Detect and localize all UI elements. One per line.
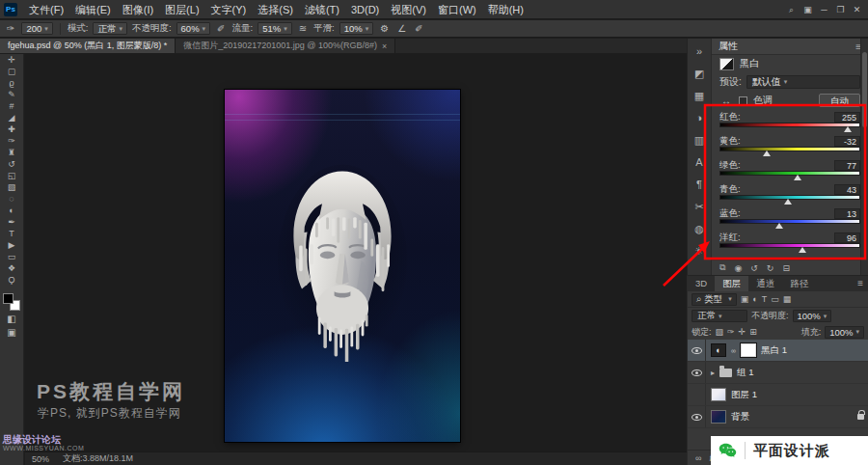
brush-preset-picker[interactable]: 200 <box>21 22 52 35</box>
visibility-toggle[interactable] <box>688 406 706 427</box>
yellows-slider[interactable]: 黄色:-32 <box>719 135 860 155</box>
menu-item-10[interactable]: 帮助(H) <box>482 0 529 19</box>
menu-item-0[interactable]: 文件(F) <box>23 0 69 19</box>
menu-item-5[interactable]: 选择(S) <box>252 0 299 19</box>
layer-opacity-dropdown[interactable]: 100% <box>793 310 832 322</box>
layer-row-layer1[interactable]: 图层 1 <box>688 384 868 406</box>
document-image[interactable] <box>225 90 460 442</box>
lock-transparent-icon[interactable]: ▨ <box>716 327 724 337</box>
magentas-slider[interactable]: 洋红:96 <box>719 232 860 252</box>
pressure-opacity-icon[interactable]: ✐ <box>215 23 227 34</box>
slider-thumb[interactable] <box>784 199 792 205</box>
filter-adjustment-icon[interactable]: ◐ <box>752 294 757 304</box>
airbrush-icon[interactable]: ≋ <box>297 23 309 34</box>
clip-panel-icon[interactable]: ✂ <box>688 196 711 218</box>
libraries-panel-icon[interactable]: ▥ <box>688 129 711 151</box>
filter-pixel-icon[interactable]: ▣ <box>741 294 749 304</box>
zoom-tool[interactable]: Ϙ <box>0 274 23 286</box>
color-panel-icon[interactable]: ◩ <box>688 63 711 85</box>
pressure-size-icon[interactable]: ✐ <box>413 23 424 34</box>
layer-name[interactable]: 图层 1 <box>731 389 757 401</box>
preset-dropdown[interactable]: 默认值 <box>746 75 860 89</box>
adjustment-thumbnail[interactable]: ◐ <box>711 343 726 357</box>
layer-thumbnail[interactable] <box>711 388 726 401</box>
slider-thumb[interactable] <box>799 247 806 253</box>
eraser-tool[interactable]: ◱ <box>0 170 23 181</box>
smoothing-gear-icon[interactable]: ⚙ <box>378 23 391 34</box>
path-selection-tool[interactable]: ▶ <box>0 239 23 251</box>
layer-visibility-icon[interactable]: ◉ <box>734 263 742 273</box>
filter-type-icon[interactable]: T <box>762 294 768 304</box>
tab-fgehua-psd[interactable]: fgehua.psd @ 50% (黑白 1, 图层蒙版/8) * <box>0 39 176 53</box>
greens-slider[interactable]: 绿色:77 <box>719 159 860 179</box>
reds-slider[interactable]: 红色:255 <box>719 111 860 131</box>
clip-adjustment-icon[interactable]: ⧉ <box>719 262 725 273</box>
visibility-toggle[interactable] <box>688 384 706 405</box>
slider-value[interactable]: 255 <box>834 112 860 123</box>
link-layers-icon[interactable]: ∞ <box>695 453 701 463</box>
blues-slider[interactable]: 蓝色:13 <box>719 207 860 228</box>
opacity-dropdown[interactable]: 60% <box>176 22 211 35</box>
move-tool[interactable]: ✛ <box>0 54 23 66</box>
adjustments-panel-icon[interactable]: ◑ <box>688 107 711 129</box>
previous-state-icon[interactable]: ↻ <box>767 263 774 273</box>
cyans-slider[interactable]: 青色:43 <box>719 183 860 204</box>
character-panel-icon[interactable]: A <box>688 151 711 174</box>
slider-thumb[interactable] <box>794 175 801 180</box>
visibility-toggle[interactable] <box>688 340 706 361</box>
paragraph-panel-icon[interactable]: ¶ <box>688 174 711 196</box>
group-expand-icon[interactable]: ▸ <box>711 369 715 377</box>
tint-checkbox[interactable] <box>739 96 747 105</box>
reset-icon[interactable]: ↺ <box>750 263 758 273</box>
close-icon[interactable]: ✕ <box>849 0 865 19</box>
panel-menu-icon[interactable]: ≡ <box>857 276 868 291</box>
lock-position-icon[interactable]: ✛ <box>739 327 746 337</box>
panel-tab-0[interactable]: 3D <box>688 276 715 291</box>
learn-panel-icon[interactable]: ☀ <box>688 240 711 262</box>
layer-thumbnail[interactable] <box>711 410 726 424</box>
brush-tool[interactable]: ✑ <box>0 135 23 147</box>
slider-value[interactable]: 77 <box>834 160 860 171</box>
menu-item-3[interactable]: 图层(L) <box>159 0 204 19</box>
hand-tool[interactable]: ❖ <box>0 262 23 274</box>
visibility-toggle[interactable] <box>688 362 706 383</box>
auto-button[interactable]: 自动 <box>819 94 860 107</box>
zoom-level[interactable]: 50% <box>32 454 49 464</box>
dodge-tool[interactable]: ◐ <box>0 205 23 216</box>
search-icon[interactable]: ⌕ <box>783 0 800 19</box>
slider-track[interactable] <box>719 123 860 127</box>
screen-mode-icon[interactable]: ▣ <box>0 326 23 340</box>
panel-tab-1[interactable]: 图层 <box>715 276 748 291</box>
slider-value[interactable]: -32 <box>834 136 860 147</box>
brush-angle-icon[interactable]: ∠ <box>395 23 408 34</box>
flow-dropdown[interactable]: 51% <box>258 22 292 35</box>
filter-shape-icon[interactable]: ▭ <box>771 294 779 304</box>
tab-weixin-jpg[interactable]: 微信图片_20190217201001.jpg @ 100%(RGB/8#) × <box>176 39 395 53</box>
lock-artboard-icon[interactable]: ⊞ <box>749 327 757 337</box>
eyedropper-tool[interactable]: ◢ <box>0 112 23 123</box>
fill-dropdown[interactable]: 100% <box>825 326 864 339</box>
panel-tab-2[interactable]: 通道 <box>748 276 782 291</box>
foreground-color-swatch[interactable] <box>3 293 14 304</box>
targeted-adjustment-icon[interactable]: ↔ <box>719 96 733 106</box>
clone-stamp-tool[interactable]: ♜ <box>0 147 23 158</box>
blend-mode-dropdown[interactable]: 正常 <box>692 310 747 322</box>
slider-track[interactable] <box>719 219 860 224</box>
slider-value[interactable]: 43 <box>834 184 860 195</box>
menu-item-1[interactable]: 编辑(E) <box>69 0 117 19</box>
menu-item-2[interactable]: 图像(I) <box>117 0 159 19</box>
slider-thumb[interactable] <box>775 223 783 229</box>
filter-type-dropdown[interactable]: ⌕ 类型 <box>692 293 737 306</box>
canvas-area[interactable]: PS教程自学网 学PS, 就到PS教程自学网 <box>25 54 687 451</box>
layer-row-group[interactable]: ▸ 组 1 <box>688 362 868 384</box>
menu-item-6[interactable]: 滤镜(T) <box>299 0 345 19</box>
properties-scrollbar[interactable] <box>860 39 868 275</box>
document-size-info[interactable]: 文档:3.88M/18.1M <box>63 452 133 465</box>
quick-mask-icon[interactable]: ◧ <box>0 313 23 326</box>
layer-name[interactable]: 背景 <box>731 411 749 424</box>
swatches-panel-icon[interactable]: ▦ <box>688 85 711 107</box>
crop-tool[interactable]: # <box>0 100 23 112</box>
slider-value[interactable]: 13 <box>834 208 860 219</box>
layer-name[interactable]: 黑白 1 <box>761 344 787 357</box>
panel-tab-3[interactable]: 路径 <box>782 276 816 291</box>
